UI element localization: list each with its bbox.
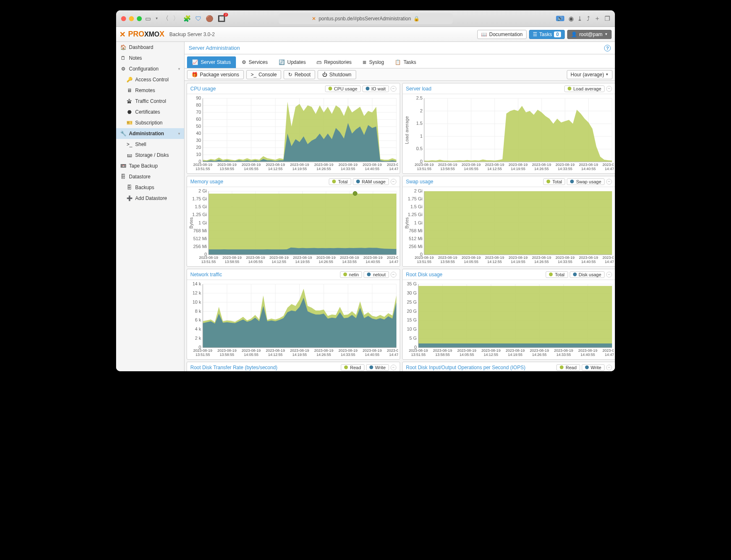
svg-text:512 Mi: 512 Mi [409, 236, 423, 241]
tab-services[interactable]: ⚙Services [237, 56, 273, 68]
svg-text:25 G: 25 G [407, 299, 417, 304]
tab-tasks[interactable]: 📋Tasks [390, 56, 421, 68]
legend-item[interactable]: Total [329, 178, 351, 185]
legend-item[interactable]: Load average [564, 85, 605, 92]
tasks-button[interactable]: ☰Tasks0 [529, 30, 565, 39]
sidebar-item-subscription[interactable]: 🎫Subscription [116, 117, 184, 128]
sidebar-item-tape-backup[interactable]: 📼Tape Backup [116, 161, 184, 171]
sidebar-item-administration[interactable]: 🔧Administration [116, 128, 184, 139]
tab-repositories[interactable]: 🗃Repositories [311, 56, 357, 68]
sidebar-item-shell[interactable]: >_Shell [116, 139, 184, 150]
svg-text:14:40:55: 14:40:55 [365, 167, 379, 171]
legend-item[interactable]: netin [340, 271, 362, 278]
sidebar-item-notes[interactable]: 🗒Notes [116, 53, 184, 63]
tab-syslog[interactable]: ≣Syslog [357, 56, 389, 68]
tab-updates[interactable]: 🔄Updates [274, 56, 311, 68]
reboot-button[interactable]: ↻Reboot [284, 70, 315, 79]
svg-text:40: 40 [196, 131, 201, 136]
panel-disktr: Root Disk Transfer Rate (bytes/second)Re… [187, 362, 400, 371]
legend-item[interactable]: Total [543, 178, 565, 185]
legend-item[interactable]: CPU usage [325, 85, 361, 92]
svg-text:2023-08-19: 2023-08-19 [340, 256, 359, 260]
svg-text:1.25 Gi: 1.25 Gi [408, 212, 423, 217]
svg-text:2023-08-19: 2023-08-19 [223, 256, 242, 260]
forward-icon[interactable]: 〉 [173, 15, 179, 22]
svg-text:1.25 Gi: 1.25 Gi [192, 212, 207, 217]
package-versions-button[interactable]: 🎁Package versions [187, 70, 244, 79]
shield-icon[interactable]: 🛡 [195, 15, 202, 22]
sidebar-item-certificates[interactable]: ⬣Certificates [116, 107, 184, 117]
shutdown-button[interactable]: ⏻Shutdown [318, 70, 356, 79]
sidebar-item-storage-disks[interactable]: 🖴Storage / Disks [116, 150, 184, 161]
console-button[interactable]: >_Console [246, 70, 282, 79]
svg-text:14:19:55: 14:19:55 [508, 353, 522, 357]
sidebar-item-datastore[interactable]: 🗄Datastore [116, 171, 184, 182]
collapse-icon[interactable]: − [391, 86, 396, 92]
tabs-icon[interactable]: ❐ [605, 15, 610, 22]
svg-text:2023-08-19: 2023-08-19 [485, 163, 504, 167]
share-icon[interactable]: ⤴ [587, 15, 590, 22]
sidebar-item-access-control[interactable]: 🔑Access Control [116, 74, 184, 85]
timespan-select[interactable]: Hour (average)▼ [567, 70, 612, 79]
extension2-icon[interactable]: 🟤 [206, 15, 214, 22]
collapse-icon[interactable]: − [391, 179, 396, 185]
download-icon[interactable]: ⤓ [577, 15, 583, 22]
minimize-window-icon[interactable] [129, 16, 134, 21]
maximize-window-icon[interactable] [137, 16, 142, 21]
sidebar-toggle-icon[interactable]: ▭ [145, 15, 151, 22]
svg-text:70: 70 [196, 110, 201, 114]
new-tab-icon[interactable]: ＋ [594, 15, 600, 22]
collapse-icon[interactable]: − [606, 179, 612, 185]
extension-icon[interactable]: 🧩 [183, 15, 191, 22]
nav-icon: 🔧 [120, 131, 126, 136]
sidebar-item-backups[interactable]: 🗄Backups [116, 182, 184, 193]
legend-item[interactable]: Swap usage [567, 178, 605, 185]
user-menu[interactable]: 👤root@pam▼ [567, 30, 612, 39]
close-window-icon[interactable] [121, 16, 126, 21]
panel-title: Network traffic [190, 272, 222, 278]
help-icon[interactable]: ? [604, 45, 611, 51]
svg-text:2023-08-19: 2023-08-19 [556, 163, 575, 167]
svg-text:14:47:55: 14:47:55 [605, 167, 614, 171]
audio-icon[interactable]: 🔊 [556, 16, 564, 21]
tab-server-status[interactable]: 📈Server Status [187, 56, 236, 68]
legend-item[interactable]: IO wait [362, 85, 389, 92]
svg-text:2023-08-19: 2023-08-19 [270, 256, 289, 260]
collapse-icon[interactable]: − [391, 272, 396, 278]
svg-text:2023-08-19: 2023-08-19 [415, 163, 434, 167]
sidebar-item-remotes[interactable]: 🖥Remotes [116, 85, 184, 96]
collapse-icon[interactable]: − [606, 272, 612, 278]
collapse-icon[interactable]: − [391, 365, 396, 370]
legend-item[interactable]: Total [546, 271, 568, 278]
collapse-icon[interactable]: − [606, 365, 612, 370]
url-bar[interactable]: ✕ pontus.psnb.de/#pbsServerAdministratio… [279, 13, 453, 24]
legend-item[interactable]: Write [582, 364, 605, 371]
legend-item[interactable]: netout [364, 271, 389, 278]
legend-dot [573, 273, 577, 276]
legend-item[interactable]: Read [556, 364, 580, 371]
reader-icon[interactable]: ◉ [568, 15, 574, 22]
panel-cpu: CPU usageCPU usageIO wait−01020304050607… [187, 83, 400, 174]
svg-text:2 Gi: 2 Gi [414, 189, 423, 193]
chart-svg: 0256 Mi512 Mi768 Mi1 Gi1.25 Gi1.5 Gi1.75… [404, 189, 614, 265]
back-icon[interactable]: 〈 [163, 15, 169, 22]
legend-item[interactable]: RAM usage [353, 178, 389, 185]
legend-item[interactable]: Read [341, 364, 364, 371]
legend-item[interactable]: Write [366, 364, 389, 371]
svg-text:2023-08-19: 2023-08-19 [579, 163, 598, 167]
sidebar-item-add-datastore[interactable]: ➕Add Datastore [116, 193, 184, 204]
collapse-icon[interactable]: − [606, 86, 612, 92]
page-title: Server Administration [189, 45, 240, 51]
svg-text:13:51:55: 13:51:55 [411, 353, 425, 357]
window-controls[interactable] [121, 16, 142, 21]
apps-icon[interactable]: 🔲 [218, 15, 226, 22]
nav-icon: 🔑 [126, 77, 132, 83]
svg-text:14:12:55: 14:12:55 [487, 167, 502, 171]
legend-item[interactable]: Disk usage [570, 271, 605, 278]
chevron-down-icon[interactable]: ▼ [155, 17, 158, 20]
sidebar-item-traffic-control[interactable]: 🛣Traffic Control [116, 96, 184, 107]
svg-text:5 G: 5 G [409, 336, 417, 341]
sidebar-item-configuration[interactable]: ⚙Configuration [116, 63, 184, 74]
documentation-button[interactable]: 📖Documentation [477, 30, 527, 39]
sidebar-item-dashboard[interactable]: 🏠Dashboard [116, 42, 184, 53]
